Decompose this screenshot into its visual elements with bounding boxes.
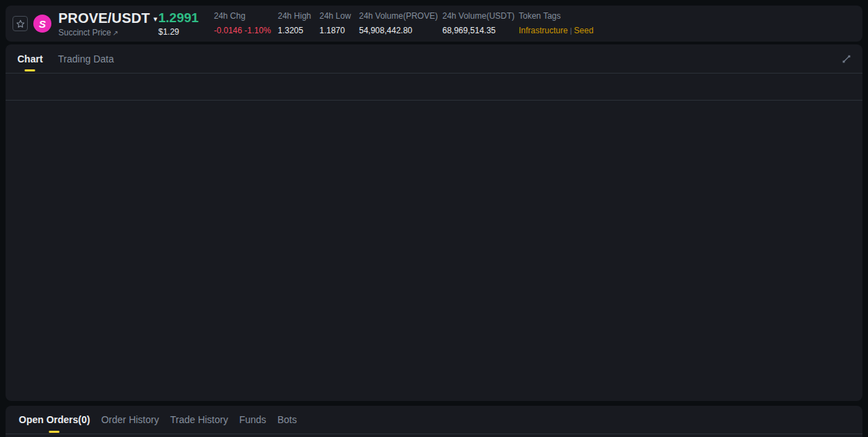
stat-value: -0.0146 -1.10%	[214, 26, 278, 36]
tab-trading-data-label: Trading Data	[58, 53, 114, 65]
token-logo-letter: S	[39, 18, 46, 30]
stat-label: 24h Low	[319, 11, 359, 22]
active-tab-indicator	[25, 69, 35, 71]
tab-bots-label: Bots	[277, 414, 297, 425]
token-price-link-label: Succinct Price	[58, 28, 111, 37]
stat-value: 1.3205	[278, 26, 319, 36]
tab-bots[interactable]: Bots	[277, 406, 297, 434]
expand-icon	[841, 53, 852, 65]
orders-panel: Open Orders(0) Order History Trade Histo…	[6, 406, 862, 437]
token-price-link[interactable]: Succinct Price↗	[58, 28, 150, 37]
tag-separator: |	[570, 26, 572, 35]
token-logo: S	[33, 15, 51, 33]
tab-chart-label: Chart	[17, 53, 43, 65]
stat-24h-low: 24h Low 1.1870	[319, 11, 359, 36]
stat-24h-volume-base: 24h Volume(PROVE) 54,908,442.80	[359, 11, 442, 36]
pair-selector[interactable]: PROVE/USDT ▾	[58, 10, 150, 26]
active-tab-indicator	[49, 431, 60, 433]
stat-24h-high: 24h High 1.3205	[278, 11, 319, 36]
trading-page: S PROVE/USDT ▾ Succinct Price↗ 1.2991 $1…	[0, 0, 868, 437]
tab-funds[interactable]: Funds	[239, 406, 266, 434]
divider	[6, 434, 862, 434]
tab-funds-label: Funds	[239, 414, 266, 425]
favorite-button[interactable]	[12, 16, 28, 31]
tab-chart[interactable]: Chart	[17, 44, 43, 73]
orders-tab-row: Open Orders(0) Order History Trade Histo…	[6, 406, 862, 434]
stat-24h-change: 24h Chg -0.0146 -1.10%	[214, 11, 278, 36]
tab-open-orders[interactable]: Open Orders(0)	[19, 406, 90, 434]
tab-order-history[interactable]: Order History	[101, 406, 159, 434]
token-tags-label: Token Tags	[519, 11, 594, 22]
expand-button[interactable]	[840, 53, 853, 65]
tab-open-orders-label: Open Orders(0)	[19, 414, 90, 425]
token-tags: Token Tags Infrastructure|Seed	[519, 11, 594, 36]
chart-toolbar	[6, 74, 862, 100]
chevron-down-icon: ▾	[153, 15, 158, 24]
tag-infrastructure[interactable]: Infrastructure	[519, 26, 568, 35]
chart-area	[6, 101, 862, 401]
symbol-block: PROVE/USDT ▾ Succinct Price↗	[58, 10, 150, 37]
last-price: 1.2991	[158, 10, 214, 26]
chart-tab-row: Chart Trading Data	[6, 44, 862, 73]
stat-24h-volume-quote: 24h Volume(USDT) 68,969,514.35	[442, 11, 519, 36]
pair-symbol: PROVE/USDT	[58, 10, 150, 26]
stat-label: 24h Chg	[214, 11, 278, 22]
market-header: S PROVE/USDT ▾ Succinct Price↗ 1.2991 $1…	[6, 6, 862, 42]
chart-panel: Chart Trading Data	[6, 44, 862, 401]
tab-trade-history-label: Trade History	[170, 414, 228, 425]
tab-order-history-label: Order History	[101, 414, 159, 425]
external-link-icon: ↗	[112, 29, 118, 37]
stat-label: 24h Volume(USDT)	[442, 11, 519, 22]
stat-label: 24h Volume(PROVE)	[359, 11, 442, 22]
tab-trade-history[interactable]: Trade History	[170, 406, 228, 434]
stat-label: 24h High	[278, 11, 319, 22]
stat-value: 1.1870	[319, 26, 359, 36]
price-block: 1.2991 $1.29	[158, 10, 214, 37]
usd-price: $1.29	[158, 27, 214, 37]
star-icon	[16, 19, 25, 28]
tab-trading-data[interactable]: Trading Data	[58, 44, 114, 73]
tag-seed[interactable]: Seed	[574, 26, 594, 35]
stat-value: 54,908,442.80	[359, 26, 442, 36]
stat-value: 68,969,514.35	[442, 26, 519, 36]
